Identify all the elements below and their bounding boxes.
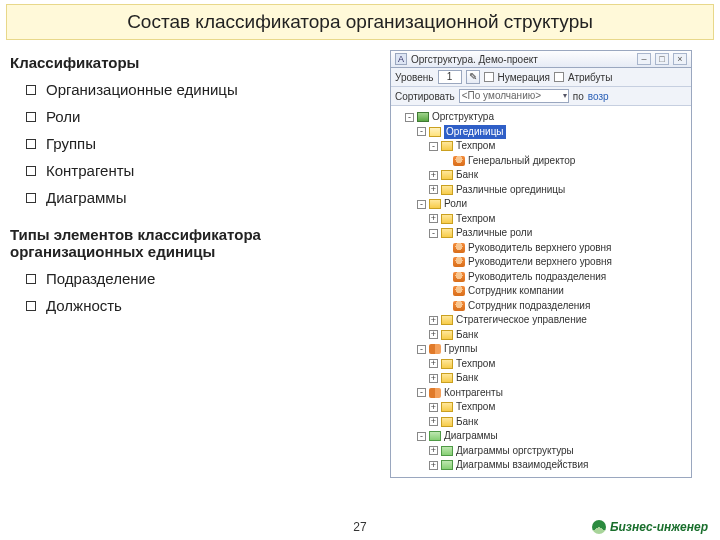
folder-icon <box>441 141 453 151</box>
person-icon <box>453 272 465 282</box>
expand-toggle[interactable]: + <box>429 171 438 180</box>
expand-toggle[interactable]: - <box>417 345 426 354</box>
numbering-checkbox[interactable] <box>484 72 494 82</box>
tree-node-label: Техпром <box>456 400 495 415</box>
tree-node[interactable]: +Техпром <box>393 212 689 227</box>
folder-o-icon <box>429 127 441 137</box>
level-spinner[interactable]: 1 <box>438 70 462 84</box>
tree-node[interactable]: -Диаграммы <box>393 429 689 444</box>
expand-toggle[interactable]: + <box>429 330 438 339</box>
expand-toggle[interactable]: + <box>429 359 438 368</box>
tree-node[interactable]: -Оргструктура <box>393 110 689 125</box>
sort-asc-icon[interactable]: возр <box>588 91 609 102</box>
folder-icon <box>441 402 453 412</box>
heading-types: Типы элементов классификатора организаци… <box>10 226 390 260</box>
expand-toggle[interactable]: - <box>417 127 426 136</box>
tree-node-label: Стратегическое управление <box>456 313 587 328</box>
root-icon <box>417 112 429 122</box>
tree-node-label: Диаграммы <box>444 429 498 444</box>
tree-node[interactable]: +Банк <box>393 328 689 343</box>
expand-toggle[interactable]: + <box>429 214 438 223</box>
tree-node[interactable]: +Различные оргединицы <box>393 183 689 198</box>
tree-node[interactable]: Сотрудник подразделения <box>393 299 689 314</box>
expand-toggle[interactable]: + <box>429 374 438 383</box>
tree-node-label: Техпром <box>456 139 495 154</box>
folder-icon <box>441 330 453 340</box>
expand-toggle[interactable]: - <box>417 388 426 397</box>
expand-toggle[interactable]: + <box>429 185 438 194</box>
expand-toggle[interactable]: - <box>417 200 426 209</box>
bullet-text: Организационные единицы <box>46 81 238 98</box>
tree-node-label: Сотрудник компании <box>468 284 564 299</box>
tree-node[interactable]: Руководитель подразделения <box>393 270 689 285</box>
folder-icon <box>441 228 453 238</box>
tree-node[interactable]: +Диаграммы взаимодействия <box>393 458 689 473</box>
diag-icon <box>441 446 453 456</box>
diag-icon <box>441 460 453 470</box>
tree-node[interactable]: -Контрагенты <box>393 386 689 401</box>
tree-node-label: Руководитель подразделения <box>468 270 606 285</box>
tree-node[interactable]: +Диаграммы оргструктуры <box>393 444 689 459</box>
sort-label: Сортировать <box>395 91 455 102</box>
bullet-square-icon <box>26 193 36 203</box>
tree-node[interactable]: +Техпром <box>393 400 689 415</box>
brand-text: Бизнес-инженер <box>610 520 708 534</box>
content-area: Классификаторы Организационные единицыРо… <box>0 50 720 478</box>
left-column: Классификаторы Организационные единицыРо… <box>10 50 390 478</box>
tree-node-label: Контрагенты <box>444 386 503 401</box>
tree-node-label: Банк <box>456 415 478 430</box>
close-button[interactable]: × <box>673 53 687 65</box>
tree-node[interactable]: Сотрудник компании <box>393 284 689 299</box>
bullet-item: Подразделение <box>26 270 390 287</box>
tree-view[interactable]: -Оргструктура-Оргединицы-ТехпромГенераль… <box>391 106 691 477</box>
maximize-button[interactable]: □ <box>655 53 669 65</box>
tree-node-label: Банк <box>456 168 478 183</box>
tree-node-label: Генеральный директор <box>468 154 575 169</box>
expand-toggle[interactable]: + <box>429 403 438 412</box>
bullet-text: Группы <box>46 135 96 152</box>
tree-node[interactable]: +Банк <box>393 168 689 183</box>
tree-node[interactable]: -Техпром <box>393 139 689 154</box>
tree-node[interactable]: Руководитель верхнего уровня <box>393 241 689 256</box>
tree-node[interactable]: +Банк <box>393 415 689 430</box>
tree-node[interactable]: -Различные роли <box>393 226 689 241</box>
expand-toggle[interactable]: - <box>429 229 438 238</box>
bullet-list-types: ПодразделениеДолжность <box>26 270 390 314</box>
tree-node-label: Группы <box>444 342 477 357</box>
tree-node[interactable]: +Стратегическое управление <box>393 313 689 328</box>
tree-node-label: Сотрудник подразделения <box>468 299 590 314</box>
tree-node[interactable]: -Оргединицы <box>393 125 689 140</box>
sort-select[interactable]: <По умолчанию> <box>459 89 569 103</box>
tree-node-label: Различные роли <box>456 226 532 241</box>
brand-footer: Бизнес-инженер <box>592 520 708 534</box>
bullet-square-icon <box>26 301 36 311</box>
bullet-item: Роли <box>26 108 390 125</box>
bullet-square-icon <box>26 112 36 122</box>
expand-toggle[interactable]: + <box>429 316 438 325</box>
expand-toggle[interactable]: + <box>429 461 438 470</box>
tree-node[interactable]: +Банк <box>393 371 689 386</box>
numbering-label: Нумерация <box>498 72 550 83</box>
bullet-text: Должность <box>46 297 122 314</box>
tree-node[interactable]: +Техпром <box>393 357 689 372</box>
folder-icon <box>441 359 453 369</box>
expand-toggle[interactable]: + <box>429 446 438 455</box>
bullet-item: Должность <box>26 297 390 314</box>
attrib-checkbox[interactable] <box>554 72 564 82</box>
expand-toggle[interactable]: - <box>405 113 414 122</box>
panel-titlebar: А Оргструктура. Демо-проект – □ × <box>391 51 691 68</box>
tree-node[interactable]: -Группы <box>393 342 689 357</box>
toolbar-row-1: Уровень 1 ✎ Нумерация Атрибуты <box>391 68 691 87</box>
tree-node-label: Оргструктура <box>432 110 494 125</box>
folder-icon <box>441 417 453 427</box>
tree-node[interactable]: -Роли <box>393 197 689 212</box>
expand-toggle[interactable]: - <box>429 142 438 151</box>
tree-node[interactable]: Руководители верхнего уровня <box>393 255 689 270</box>
level-apply-button[interactable]: ✎ <box>466 70 480 84</box>
minimize-button[interactable]: – <box>637 53 651 65</box>
bullet-item: Организационные единицы <box>26 81 390 98</box>
expand-toggle[interactable]: + <box>429 417 438 426</box>
sort-dir-label: по <box>573 91 584 102</box>
tree-node[interactable]: Генеральный директор <box>393 154 689 169</box>
expand-toggle[interactable]: - <box>417 432 426 441</box>
